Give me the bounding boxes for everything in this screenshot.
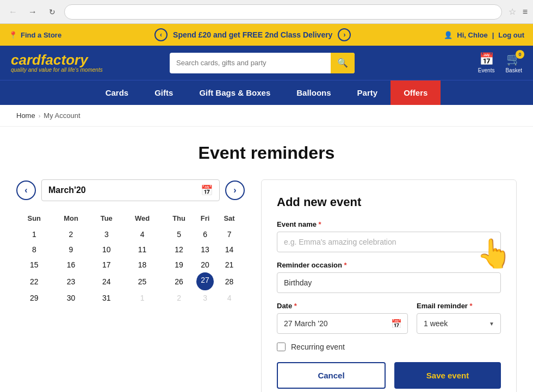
col-fri: Fri: [196, 210, 214, 227]
calendar-day[interactable]: 24: [90, 272, 123, 290]
calendar-day[interactable]: 2: [162, 290, 196, 306]
nav-balloons[interactable]: Balloons: [283, 80, 344, 105]
date-calendar-icon: 📅: [386, 319, 407, 329]
calendar-section: ‹ March'20 📅 › Sun Mon Tue Wed Thu Fri: [16, 179, 245, 306]
form-buttons: Cancel Save event: [277, 362, 501, 389]
calendar-day[interactable]: 15: [16, 257, 52, 272]
calendar-day[interactable]: 29: [16, 290, 52, 306]
col-wed: Wed: [123, 210, 162, 227]
cancel-button[interactable]: Cancel: [277, 362, 386, 389]
recurring-label[interactable]: Recurring event: [291, 343, 345, 351]
events-button[interactable]: 📅 Events: [478, 52, 495, 73]
reminder-occasion-label: Reminder occasion *: [277, 261, 501, 269]
calendar-prev-button[interactable]: ‹: [16, 181, 36, 200]
browser-chrome: ← → ↻ ☆ ≡: [0, 0, 533, 24]
event-name-label: Event name *: [277, 220, 501, 228]
calendar-day[interactable]: 1: [16, 227, 52, 242]
search-bar: 🔍: [170, 53, 355, 73]
calendar-day[interactable]: 3: [90, 227, 123, 242]
logo[interactable]: cardfactory quality and value for all li…: [11, 53, 103, 73]
date-input-wrapper[interactable]: 📅: [277, 313, 408, 334]
calendar-day[interactable]: 16: [52, 257, 90, 272]
url-bar[interactable]: [64, 4, 502, 20]
calendar-day[interactable]: 20: [196, 257, 214, 272]
calendar-next-button[interactable]: ›: [225, 181, 245, 200]
nav-gifts[interactable]: Gifts: [141, 80, 186, 105]
search-button[interactable]: 🔍: [331, 53, 355, 73]
calendar-day[interactable]: 28: [214, 272, 245, 290]
calendar-day[interactable]: 30: [52, 290, 90, 306]
calendar-day[interactable]: 14: [214, 242, 245, 257]
calendar-icon: 📅: [479, 52, 494, 66]
calendar-day[interactable]: 31: [90, 290, 123, 306]
calendar-day[interactable]: 27: [196, 272, 214, 290]
calendar-day[interactable]: 8: [16, 242, 52, 257]
event-name-wrapper: 👆: [277, 232, 501, 252]
calendar-nav: ‹ March'20 📅 ›: [16, 179, 245, 201]
calendar-day[interactable]: 10: [90, 242, 123, 257]
promo-prev-button[interactable]: ‹: [154, 28, 168, 41]
logout-link[interactable]: Log out: [498, 31, 524, 39]
email-reminder-col: Email reminder * 1 day 3 days 1 week 2 w…: [417, 302, 501, 334]
add-event-section: Add new event Event name * 👆 Reminder oc…: [261, 179, 517, 392]
calendar-day[interactable]: 11: [123, 242, 162, 257]
top-bar: 📍 Find a Store ‹ Spend £20 and get FREE …: [0, 24, 533, 46]
calendar-day[interactable]: 26: [162, 272, 196, 290]
calendar-day[interactable]: 4: [214, 290, 245, 306]
back-button[interactable]: ←: [5, 4, 21, 20]
event-name-input[interactable]: [277, 232, 501, 252]
date-label: Date *: [277, 302, 408, 310]
recurring-row: Recurring event: [277, 343, 501, 351]
nav-party[interactable]: Party: [344, 80, 391, 105]
email-reminder-select[interactable]: 1 day 3 days 1 week 2 weeks 1 month: [417, 313, 501, 334]
calendar-day[interactable]: 5: [162, 227, 196, 242]
calendar-day[interactable]: 7: [214, 227, 245, 242]
find-store[interactable]: 📍 Find a Store: [9, 31, 61, 39]
calendar-day[interactable]: 25: [123, 272, 162, 290]
calendar-day[interactable]: 2: [52, 227, 90, 242]
col-mon: Mon: [52, 210, 90, 227]
recurring-checkbox[interactable]: [277, 343, 286, 351]
calendar-day[interactable]: 17: [90, 257, 123, 272]
nav-cards[interactable]: Cards: [92, 80, 142, 105]
calendar-day[interactable]: 19: [162, 257, 196, 272]
forward-button[interactable]: →: [25, 4, 40, 20]
header-icons: 📅 Events 🛒 Basket 0: [478, 52, 522, 73]
nav-gift-bags[interactable]: Gift Bags & Boxes: [186, 80, 283, 105]
save-button[interactable]: Save event: [394, 362, 501, 389]
promo-message: ‹ Spend £20 and get FREE 2nd Class Deliv…: [154, 28, 351, 41]
calendar-day[interactable]: 22: [16, 272, 52, 290]
calendar-day[interactable]: 23: [52, 272, 90, 290]
calendar-day[interactable]: 9: [52, 242, 90, 257]
date-col: Date * 📅: [277, 302, 408, 334]
calendar-day[interactable]: 6: [196, 227, 214, 242]
calendar-day[interactable]: 18: [123, 257, 162, 272]
calendar-day[interactable]: 13: [196, 242, 214, 257]
search-input[interactable]: [170, 59, 331, 67]
calendar-icon: 📅: [201, 184, 213, 196]
email-reminder-label: Email reminder *: [417, 302, 501, 310]
basket-badge: 0: [516, 50, 524, 59]
calendar-day[interactable]: 3: [196, 290, 214, 306]
site-header: cardfactory quality and value for all li…: [0, 46, 533, 80]
location-icon: 📍: [9, 31, 17, 39]
nav-offers[interactable]: Offers: [391, 80, 441, 105]
col-tue: Tue: [90, 210, 123, 227]
breadcrumb-current: My Account: [44, 111, 80, 120]
calendar-day[interactable]: 21: [214, 257, 245, 272]
reminder-occasion-select[interactable]: Birthday Anniversary Christmas Valentine…: [277, 272, 501, 293]
breadcrumb-home[interactable]: Home: [16, 111, 35, 120]
required-star: *: [319, 220, 321, 228]
reload-button[interactable]: ↻: [45, 4, 60, 20]
calendar-day[interactable]: 1: [123, 290, 162, 306]
menu-icon: ≡: [523, 7, 528, 17]
promo-next-button[interactable]: ›: [338, 28, 351, 41]
calendar-day[interactable]: 4: [123, 227, 162, 242]
breadcrumb-sep: ›: [39, 113, 41, 119]
calendar-day[interactable]: 12: [162, 242, 196, 257]
user-area: 👤 Hi, Chloe | Log out: [444, 31, 524, 39]
col-sun: Sun: [16, 210, 52, 227]
breadcrumb: Home › My Account: [0, 105, 533, 127]
col-thu: Thu: [162, 210, 196, 227]
date-input[interactable]: [277, 314, 386, 333]
